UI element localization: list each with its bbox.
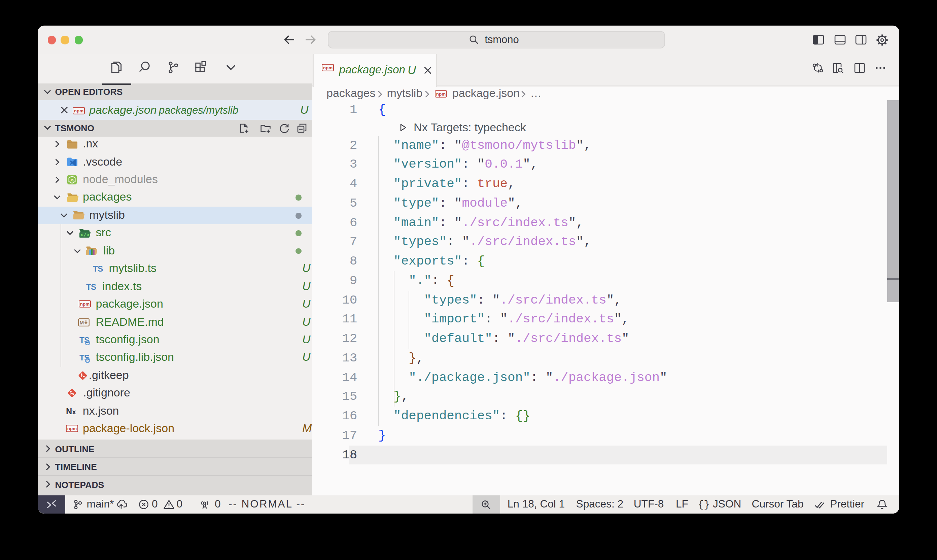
- svg-text:TS: TS: [92, 265, 103, 274]
- svg-text:TS: TS: [79, 335, 89, 345]
- svg-text:M: M: [79, 319, 84, 325]
- svg-text:npm: npm: [68, 426, 77, 431]
- svg-text:JS: JS: [70, 178, 75, 182]
- svg-text:npm: npm: [80, 302, 90, 307]
- svg-text:npm: npm: [323, 66, 332, 71]
- svg-text:TS: TS: [79, 353, 89, 362]
- svg-text:TS: TS: [86, 282, 96, 291]
- svg-text:Nx: Nx: [66, 406, 76, 416]
- svg-text:npm: npm: [74, 108, 83, 114]
- svg-text:</>: </>: [81, 232, 90, 238]
- svg-text:npm: npm: [436, 92, 446, 97]
